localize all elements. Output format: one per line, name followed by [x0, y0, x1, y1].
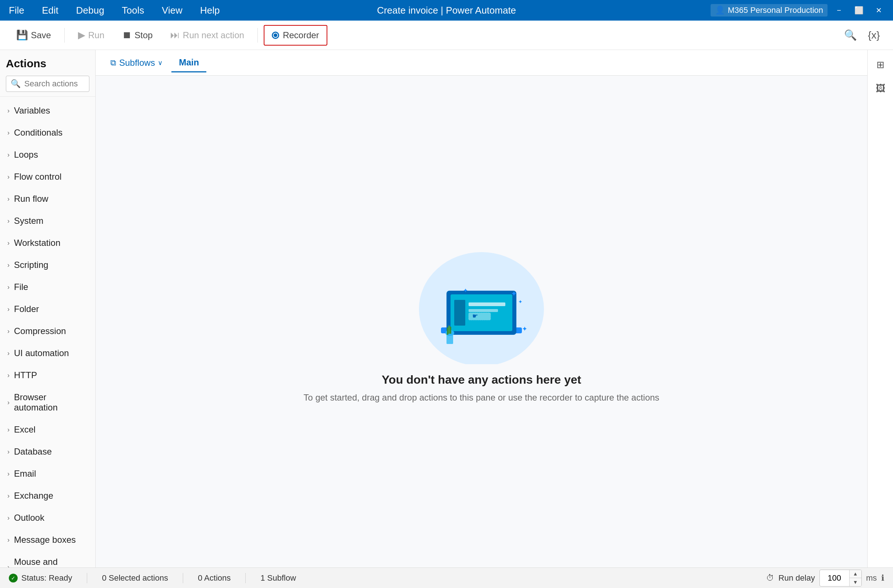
image-button[interactable]: 🖼 [872, 80, 889, 97]
sidebar-item-message-boxes[interactable]: › Message boxes [0, 529, 95, 551]
run-button[interactable]: ▶ Run [71, 25, 112, 46]
chevron-right-icon: › [8, 129, 9, 137]
stop-button[interactable]: ⏹ Stop [115, 25, 160, 46]
layers-button[interactable]: ⊞ [872, 56, 889, 74]
stop-icon: ⏹ [122, 29, 132, 41]
sidebar-item-exchange[interactable]: › Exchange [0, 485, 95, 507]
menu-edit[interactable]: Edit [39, 3, 62, 18]
sidebar-header: Actions 🔍 [0, 50, 95, 97]
info-icon[interactable]: ℹ [881, 573, 884, 583]
menu-file[interactable]: File [6, 3, 27, 18]
run-label: Run [88, 30, 104, 40]
delay-input-group: ▲ ▼ [819, 570, 862, 586]
svg-text:✦: ✦ [511, 290, 517, 298]
run-next-icon: ⏭ [170, 29, 180, 41]
sidebar-item-run-flow[interactable]: › Run flow [0, 188, 95, 210]
svg-rect-5 [469, 303, 505, 306]
chevron-right-icon: › [8, 492, 9, 500]
run-delay-section: ⏱ Run delay ▲ ▼ ms ℹ [766, 570, 884, 586]
sidebar-item-label: Folder [14, 304, 39, 314]
sidebar-item-flow-control[interactable]: › Flow control [0, 166, 95, 188]
curly-braces-button[interactable]: {x} [864, 25, 884, 46]
toolbar: 💾 Save ▶ Run ⏹ Stop ⏭ Run next action Re… [0, 21, 893, 50]
run-next-button[interactable]: ⏭ Run next action [163, 25, 251, 46]
run-delay-label: Run delay [779, 573, 815, 583]
sidebar-item-label: Loops [14, 150, 38, 160]
toolbar-separator-2 [257, 28, 258, 43]
layers-icon: ⊞ [876, 59, 884, 70]
image-icon: 🖼 [876, 82, 885, 94]
chevron-right-icon: › [8, 470, 9, 478]
svg-rect-7 [469, 313, 491, 320]
chevron-right-icon: › [8, 563, 9, 568]
subflow-count: 1 Subflow [260, 573, 296, 583]
user-name: M365 Personal Production [728, 6, 823, 15]
sidebar-item-email[interactable]: › Email [0, 463, 95, 485]
menu-view[interactable]: View [159, 3, 185, 18]
sidebar-item-browser-automation[interactable]: › Browser automation [0, 386, 95, 418]
sidebar-item-ui-automation[interactable]: › UI automation [0, 342, 95, 364]
chevron-right-icon: › [8, 151, 9, 159]
chevron-right-icon: › [8, 448, 9, 456]
chevron-right-icon: › [8, 399, 9, 406]
recorder-dot-icon [272, 32, 279, 39]
search-actions-box[interactable]: 🔍 [6, 76, 89, 92]
empty-illustration: ☛ ✦ ✦ ✦ ✦ [404, 239, 559, 364]
delay-input[interactable] [820, 571, 849, 585]
sidebar-item-folder[interactable]: › Folder [0, 298, 95, 320]
status-separator-1 [87, 573, 87, 583]
chevron-right-icon: › [8, 173, 9, 181]
svg-text:✦: ✦ [463, 287, 468, 294]
empty-subtext: To get started, drag and drop actions to… [304, 391, 659, 404]
run-icon: ▶ [78, 29, 85, 41]
save-button[interactable]: 💾 Save [9, 25, 59, 46]
close-button[interactable]: ✕ [870, 4, 887, 16]
right-panel: ⊞ 🖼 [867, 50, 893, 567]
delay-up-button[interactable]: ▲ [849, 570, 861, 578]
sidebar-item-label: Conditionals [14, 128, 63, 138]
app-title: Create invoice | Power Automate [377, 5, 516, 16]
sidebar-item-http[interactable]: › HTTP [0, 364, 95, 386]
restore-button[interactable]: ⬜ [850, 4, 867, 16]
subflows-button[interactable]: ⧉ Subflows ∨ [104, 54, 168, 72]
delay-down-button[interactable]: ▼ [849, 578, 861, 586]
chevron-right-icon: › [8, 372, 9, 379]
svg-rect-12 [448, 326, 450, 334]
chevron-right-icon: › [8, 327, 9, 335]
sidebar-item-mouse-keyboard[interactable]: › Mouse and keyboard [0, 551, 95, 567]
tab-main[interactable]: Main [171, 54, 206, 72]
sidebar-item-compression[interactable]: › Compression [0, 320, 95, 342]
sidebar-item-loops[interactable]: › Loops [0, 144, 95, 166]
minimize-button[interactable]: − [830, 4, 847, 16]
sidebar-item-label: Message boxes [14, 535, 76, 545]
svg-rect-4 [454, 300, 465, 326]
sidebar-item-conditionals[interactable]: › Conditionals [0, 122, 95, 144]
menu-help[interactable]: Help [197, 3, 222, 18]
actions-sidebar: Actions 🔍 › Variables › Conditionals › L… [0, 50, 96, 567]
chevron-right-icon: › [8, 305, 9, 313]
sidebar-item-workstation[interactable]: › Workstation [0, 232, 95, 254]
status-label: Status: Ready [21, 573, 72, 583]
empty-state-text: You don't have any actions here yet To g… [304, 373, 659, 404]
menu-tools[interactable]: Tools [119, 3, 147, 18]
sidebar-item-outlook[interactable]: › Outlook [0, 507, 95, 529]
sidebar-item-database[interactable]: › Database [0, 441, 95, 463]
svg-text:✦: ✦ [518, 299, 523, 304]
chevron-right-icon: › [8, 107, 9, 115]
chevron-right-icon: › [8, 239, 9, 247]
sidebar-item-variables[interactable]: › Variables [0, 100, 95, 122]
menu-debug[interactable]: Debug [73, 3, 107, 18]
recorder-button[interactable]: Recorder [264, 25, 327, 46]
svg-text:✦: ✦ [522, 325, 528, 333]
sidebar-item-system[interactable]: › System [0, 210, 95, 232]
search-actions-input[interactable] [24, 79, 84, 88]
sidebar-item-excel[interactable]: › Excel [0, 418, 95, 441]
search-icon: 🔍 [11, 79, 21, 88]
toolbar-separator-1 [65, 28, 65, 43]
sidebar-item-label: Compression [14, 326, 66, 336]
toolbar-search-button[interactable]: 🔍 [840, 25, 861, 46]
empty-heading: You don't have any actions here yet [304, 373, 659, 387]
main-layout: Actions 🔍 › Variables › Conditionals › L… [0, 50, 893, 567]
sidebar-item-scripting[interactable]: › Scripting [0, 254, 95, 276]
sidebar-item-file[interactable]: › File [0, 276, 95, 298]
